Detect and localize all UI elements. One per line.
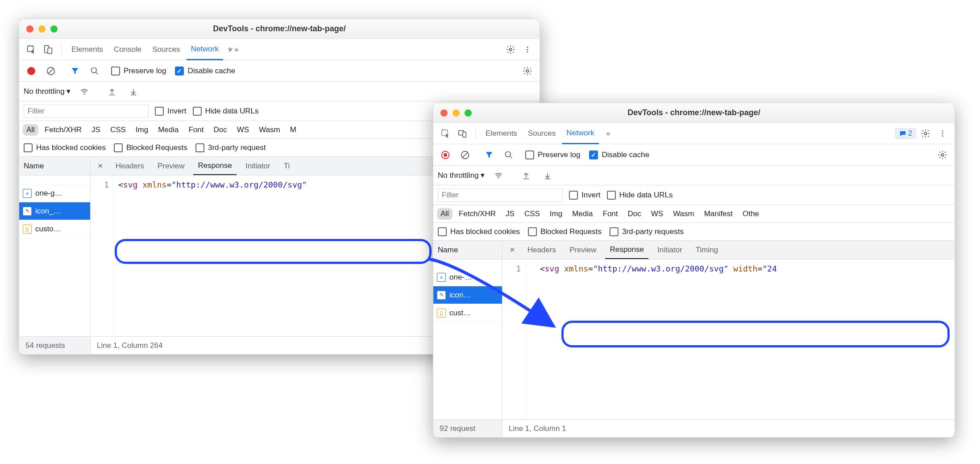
upload-har-icon[interactable] (519, 168, 534, 183)
tab-response[interactable]: Response (605, 241, 648, 259)
pill-css[interactable]: CSS (521, 208, 544, 220)
tab-timing[interactable]: Ti (279, 157, 295, 175)
tab-elements[interactable]: Elements (481, 123, 522, 144)
settings-icon[interactable] (918, 126, 933, 141)
pill-img[interactable]: Img (546, 208, 566, 220)
tab-network[interactable]: Network (562, 123, 598, 144)
kebab-icon[interactable] (935, 126, 950, 141)
close-icon[interactable]: × (506, 245, 519, 255)
third-party-checkbox[interactable]: 3rd-party request (195, 143, 266, 152)
name-column-header[interactable]: Name (19, 157, 90, 176)
pill-js[interactable]: JS (502, 208, 518, 220)
table-row[interactable]: ≡one-g… (19, 184, 90, 202)
titlebar[interactable]: DevTools - chrome://new-tab-page/ (433, 103, 955, 123)
zoom-dot[interactable] (50, 25, 58, 33)
upload-har-icon[interactable] (104, 84, 120, 99)
network-settings-icon[interactable] (935, 147, 950, 163)
tab-elements[interactable]: Elements (67, 39, 108, 60)
blocked-cookies-checkbox[interactable]: Has blocked cookies (438, 227, 520, 236)
hide-data-urls-checkbox[interactable]: Hide data URLs (607, 191, 673, 200)
pill-css[interactable]: CSS (107, 124, 129, 136)
inspect-icon[interactable] (438, 126, 453, 141)
table-row[interactable]: {}custo… (19, 220, 90, 238)
tab-response[interactable]: Response (193, 157, 237, 176)
pill-ws[interactable]: WS (648, 208, 667, 220)
inspect-icon[interactable] (24, 42, 39, 57)
pill-font[interactable]: Font (185, 124, 208, 136)
more-tabs-icon[interactable]: » (601, 126, 616, 141)
network-settings-icon[interactable] (520, 63, 535, 79)
device-icon[interactable] (455, 126, 470, 141)
clear-icon[interactable] (457, 147, 473, 163)
tab-preview[interactable]: Preview (153, 157, 189, 175)
tab-timing[interactable]: Timing (691, 241, 723, 259)
tab-preview[interactable]: Preview (565, 241, 601, 259)
record-button[interactable] (438, 147, 453, 163)
name-column-header[interactable]: Name (433, 241, 502, 259)
kebab-icon[interactable] (520, 42, 535, 57)
filter-input[interactable] (24, 105, 149, 118)
issues-badge[interactable]: 2 (895, 128, 916, 139)
tab-sources[interactable]: Sources (148, 39, 184, 60)
pill-media[interactable]: Media (569, 208, 596, 220)
throttling-dropdown[interactable]: No throttling ▾ (24, 87, 71, 96)
tab-initiator[interactable]: Initiator (653, 241, 687, 259)
wifi-icon[interactable] (491, 168, 506, 183)
close-icon[interactable]: × (94, 161, 107, 171)
tab-initiator[interactable]: Initiator (241, 157, 275, 175)
download-har-icon[interactable] (126, 84, 141, 99)
table-row[interactable]: ✎icon… (433, 286, 502, 304)
blocked-requests-checkbox[interactable]: Blocked Requests (528, 227, 602, 236)
pill-media[interactable]: Media (154, 124, 182, 136)
pill-wasm[interactable]: Wasm (669, 208, 698, 220)
tab-sources[interactable]: Sources (523, 123, 560, 144)
pill-manifest[interactable]: Manifest (701, 208, 736, 220)
close-dot[interactable] (26, 25, 33, 33)
pill-fetch[interactable]: Fetch/XHR (41, 124, 85, 136)
tab-console[interactable]: Console (109, 39, 146, 60)
invert-checkbox[interactable]: Invert (155, 107, 187, 116)
more-tabs-icon[interactable]: » (225, 42, 240, 57)
titlebar[interactable]: DevTools - chrome://new-tab-page/ (19, 19, 540, 39)
table-row[interactable] (19, 176, 90, 184)
pill-img[interactable]: Img (132, 124, 152, 136)
table-row[interactable]: ✎icon_… (19, 202, 90, 220)
pill-m[interactable]: M (287, 124, 300, 136)
pill-all[interactable]: All (437, 208, 453, 220)
download-har-icon[interactable] (540, 168, 555, 183)
zoom-dot[interactable] (465, 109, 472, 117)
pill-font[interactable]: Font (599, 208, 622, 220)
disable-cache-checkbox[interactable]: Disable cache (589, 150, 649, 159)
blocked-requests-checkbox[interactable]: Blocked Requests (114, 143, 187, 152)
pill-js[interactable]: JS (88, 124, 104, 136)
throttling-dropdown[interactable]: No throttling ▾ (438, 171, 485, 180)
blocked-cookies-checkbox[interactable]: Has blocked cookies (24, 143, 106, 152)
third-party-checkbox[interactable]: 3rd-party requests (610, 227, 684, 236)
table-row[interactable]: ≡one-… (433, 268, 502, 286)
search-icon[interactable] (87, 63, 102, 79)
minimize-dot[interactable] (38, 25, 46, 33)
table-row[interactable]: {}cust… (433, 304, 502, 322)
hide-data-urls-checkbox[interactable]: Hide data URLs (193, 107, 259, 116)
pill-wasm[interactable]: Wasm (255, 124, 284, 136)
minimize-dot[interactable] (453, 109, 460, 117)
pill-doc[interactable]: Doc (624, 208, 645, 220)
invert-checkbox[interactable]: Invert (569, 191, 601, 200)
record-button[interactable] (24, 63, 39, 79)
tab-network[interactable]: Network (187, 39, 223, 60)
preserve-log-checkbox[interactable]: Preserve log (525, 150, 580, 159)
pill-doc[interactable]: Doc (210, 124, 231, 136)
disable-cache-checkbox[interactable]: Disable cache (175, 67, 235, 75)
wifi-icon[interactable] (77, 84, 92, 99)
pill-fetch[interactable]: Fetch/XHR (455, 208, 499, 220)
filter-icon[interactable] (482, 147, 497, 163)
pill-other[interactable]: Othe (739, 208, 763, 220)
filter-input[interactable] (438, 188, 563, 202)
pill-ws[interactable]: WS (233, 124, 253, 136)
device-icon[interactable] (41, 42, 56, 57)
settings-icon[interactable] (503, 42, 518, 57)
close-dot[interactable] (440, 109, 448, 117)
clear-icon[interactable] (43, 63, 58, 79)
tab-headers[interactable]: Headers (523, 241, 561, 259)
pill-all[interactable]: All (23, 124, 38, 136)
